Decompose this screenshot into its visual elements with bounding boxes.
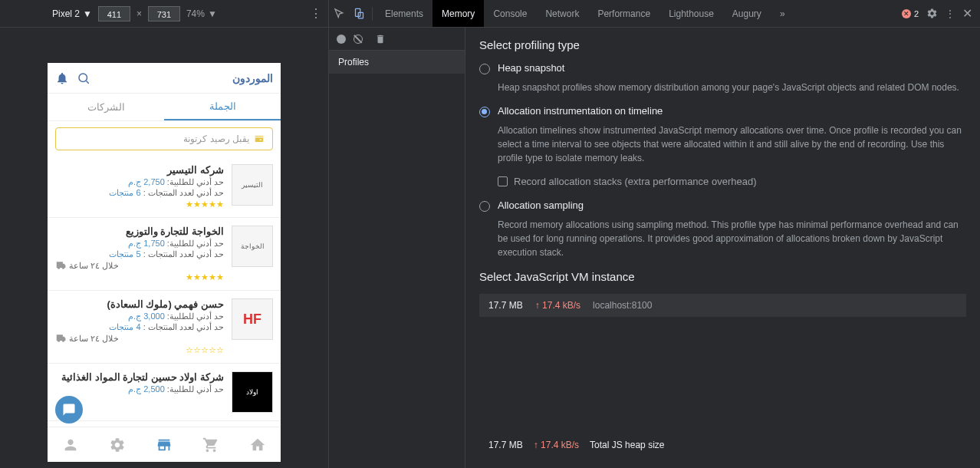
supplier-name: حسن فهمي (ملوك السعادة): [55, 298, 224, 310]
star-rating: ★★★★★: [55, 272, 224, 282]
memory-main: Select profiling type Heap snapshot Heap…: [465, 28, 980, 468]
heap-footer: 17.7 MB ↑ 17.4 kB/s Total JS heap size: [479, 432, 966, 458]
more-tabs-icon[interactable]: »: [771, 0, 794, 27]
option-description: Allocation timelines show instrumented J…: [479, 124, 966, 165]
app-title: الموردون: [232, 72, 273, 84]
device-toolbar-more-icon[interactable]: ⋮: [310, 6, 322, 21]
chat-button[interactable]: [55, 396, 83, 424]
profiling-type-title: Select profiling type: [479, 38, 966, 51]
total-heap-rate: ↑ 17.4 kB/s: [534, 440, 579, 450]
store-icon[interactable]: [156, 437, 173, 453]
supplier-name: شركة اولاد حسين لتجارة المواد الغذائية: [55, 371, 224, 383]
home-icon[interactable]: [249, 437, 266, 453]
delivery-time: خلال ٢٤ ساعة: [55, 333, 224, 344]
trash-icon[interactable]: [375, 34, 386, 44]
devtools-panel: Elements Memory Console Network Performa…: [328, 0, 980, 468]
device-select[interactable]: Pixel 2 ▼: [6, 8, 92, 19]
error-badge[interactable]: ✕ 2: [902, 9, 919, 18]
bottom-nav: [48, 427, 281, 462]
device-toolbar: Pixel 2 ▼ 411 × 731 74% ▼ ⋮: [0, 0, 328, 28]
search-icon[interactable]: [77, 71, 90, 85]
bell-icon[interactable]: [55, 71, 69, 85]
vm-host: localhost:8100: [593, 300, 652, 311]
phone-viewport: الموردون الشركات الجملة يقبل رصيد كرتونة…: [48, 63, 281, 462]
tab-console[interactable]: Console: [484, 0, 536, 27]
vm-instance-row[interactable]: 17.7 MB ↑ 17.4 kB/s localhost:8100: [479, 294, 966, 317]
wallet-icon: [254, 133, 265, 144]
cart-icon[interactable]: [202, 437, 219, 453]
tab-performance[interactable]: Performance: [588, 0, 659, 27]
dimension-separator: ×: [136, 8, 142, 19]
category-tabs: الشركات الجملة: [48, 94, 281, 121]
tab-memory[interactable]: Memory: [432, 0, 484, 27]
vm-instance-title: Select JavaScript VM instance: [479, 270, 966, 283]
error-icon: ✕: [902, 9, 911, 18]
profile-icon[interactable]: [62, 437, 79, 453]
checkbox-icon: [498, 176, 508, 186]
svg-point-0: [79, 74, 87, 82]
height-input[interactable]: 731: [148, 6, 180, 21]
vm-size: 17.7 MB: [488, 300, 523, 311]
gear-icon[interactable]: [926, 8, 938, 19]
vm-rate: ↑ 17.4 kB/s: [535, 300, 580, 311]
tab-elements[interactable]: Elements: [376, 0, 432, 27]
total-heap-label: Total JS heap size: [590, 440, 664, 450]
supplier-list: التيسير شركه التيسير حد أدني للطلبية: 2,…: [48, 157, 281, 433]
supplier-name: الخواجة للتجارة والتوزيع: [55, 226, 224, 237]
devtools-header: Elements Memory Console Network Performa…: [329, 0, 980, 28]
tab-augury[interactable]: Augury: [723, 0, 771, 27]
zoom-select[interactable]: 74% ▼: [186, 8, 217, 19]
profiles-label[interactable]: Profiles: [329, 51, 465, 74]
list-item[interactable]: الخواجة الخواجة للتجارة والتوزيع حد أدني…: [48, 218, 281, 291]
supplier-name: شركه التيسير: [55, 164, 224, 176]
tab-network[interactable]: Network: [536, 0, 588, 27]
profiles-sidebar: Profiles: [329, 28, 465, 468]
record-button[interactable]: [337, 35, 346, 44]
app-header: الموردون: [48, 63, 281, 94]
radio-icon: [479, 107, 490, 117]
supplier-logo: الخواجة: [232, 226, 273, 267]
tab-companies[interactable]: الشركات: [48, 94, 164, 120]
close-icon[interactable]: ✕: [962, 6, 972, 21]
devtools-more-icon[interactable]: ⋮: [945, 8, 955, 19]
option-allocation-timeline[interactable]: Allocation instrumentation on timeline: [479, 105, 966, 117]
option-allocation-sampling[interactable]: Allocation sampling: [479, 199, 966, 212]
option-heap-snapshot[interactable]: Heap snapshot: [479, 62, 966, 74]
search-placeholder: يقبل رصيد كرتونة: [183, 133, 249, 144]
device-toggle-icon[interactable]: [349, 0, 369, 28]
radio-icon: [479, 64, 490, 74]
chat-icon: [62, 403, 76, 417]
truck-icon: [55, 260, 66, 271]
supplier-logo: اولاد: [232, 371, 273, 413]
width-input[interactable]: 411: [98, 6, 130, 21]
supplier-logo: التيسير: [232, 164, 273, 206]
star-rating: ★★★★★: [55, 199, 224, 209]
search-input[interactable]: يقبل رصيد كرتونة: [55, 127, 273, 150]
option-description: Heap snapshot profiles show memory distr…: [479, 81, 966, 94]
star-rating: ☆☆☆☆☆: [55, 345, 224, 355]
tab-lighthouse[interactable]: Lighthouse: [659, 0, 723, 27]
radio-icon: [479, 201, 490, 212]
delivery-time: خلال ٢٤ ساعة: [55, 260, 224, 271]
supplier-logo: HF: [232, 298, 273, 340]
list-item[interactable]: HF حسن فهمي (ملوك السعادة) حد أدني للطلب…: [48, 291, 281, 364]
clear-button[interactable]: [354, 35, 363, 44]
settings-icon[interactable]: [109, 437, 126, 453]
option-description: Record memory allocations using sampling…: [479, 218, 966, 259]
total-heap-size: 17.7 MB: [488, 440, 523, 450]
truck-icon: [55, 333, 66, 344]
inspect-icon[interactable]: [329, 0, 349, 28]
list-item[interactable]: التيسير شركه التيسير حد أدني للطلبية: 2,…: [48, 157, 281, 218]
tab-wholesale[interactable]: الجملة: [164, 94, 281, 120]
record-stacks-checkbox[interactable]: Record allocation stacks (extra performa…: [479, 176, 966, 187]
